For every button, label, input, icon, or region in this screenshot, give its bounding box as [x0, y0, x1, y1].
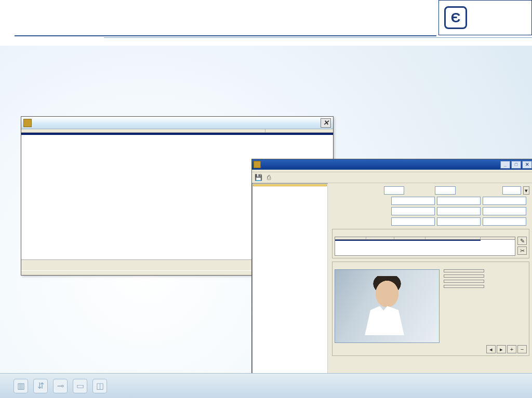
input-dat3[interactable]: [483, 217, 526, 226]
input-name[interactable]: [437, 197, 481, 205]
divider: [104, 37, 532, 38]
close-button[interactable]: ✕: [522, 161, 532, 169]
footer-icon[interactable]: ▭: [73, 379, 87, 393]
toolbar: 💾 ⎙: [252, 172, 532, 183]
footer-icon[interactable]: ⇵: [33, 379, 48, 393]
window-employee-card: _ □ ✕ 💾 ⎙ ▾: [251, 159, 532, 386]
window-titlebar[interactable]: _ □ ✕: [252, 159, 532, 170]
table-row[interactable]: [335, 240, 515, 241]
input-acc1[interactable]: [391, 207, 435, 215]
export-button[interactable]: [444, 269, 484, 272]
app-icon: [23, 119, 32, 127]
logo: Є: [438, 0, 532, 35]
footer-icon[interactable]: ⊸: [53, 379, 68, 393]
app-icon: [254, 161, 261, 168]
logo-mark-icon: Є: [444, 6, 467, 29]
close-button[interactable]: ✕: [321, 118, 331, 128]
table-row[interactable]: [21, 133, 333, 135]
input-tab[interactable]: [435, 186, 455, 195]
dropdown-icon[interactable]: ▾: [523, 186, 529, 195]
divider: [15, 35, 436, 36]
minus-icon[interactable]: −: [517, 345, 527, 353]
window-titlebar[interactable]: ✕: [21, 117, 333, 129]
input-dat2[interactable]: [437, 217, 481, 226]
input-surname[interactable]: [391, 197, 435, 205]
input-dat1[interactable]: [391, 217, 435, 226]
group-photo: ◂ ▸ + −: [332, 262, 529, 356]
input-lk[interactable]: [384, 186, 404, 195]
group-surname-change: ✎ ✂: [332, 229, 529, 258]
input-acc2[interactable]: [437, 207, 481, 215]
view-button[interactable]: [444, 280, 484, 283]
footer-icon[interactable]: ◫: [92, 379, 107, 393]
remove-icon[interactable]: ✂: [517, 246, 527, 255]
tree-nav[interactable]: [252, 183, 328, 386]
col-card[interactable]: [265, 129, 333, 132]
add-icon[interactable]: ✎: [517, 237, 527, 245]
table-header: [21, 129, 333, 133]
scan-button[interactable]: [444, 285, 484, 288]
prev-icon[interactable]: ◂: [486, 345, 496, 353]
col-fio[interactable]: [21, 129, 265, 132]
tree-root[interactable]: [253, 184, 327, 186]
print-button[interactable]: [444, 275, 484, 278]
maximize-button[interactable]: □: [511, 161, 521, 169]
input-acc3[interactable]: [483, 207, 526, 215]
footer-icon[interactable]: ▥: [14, 379, 28, 393]
print-icon[interactable]: ⎙: [264, 173, 273, 182]
page-footer: ▥ ⇵ ⊸ ▭ ◫: [0, 373, 532, 398]
next-icon[interactable]: ▸: [497, 345, 506, 353]
input-archive[interactable]: [502, 186, 521, 195]
photo-preview[interactable]: [335, 269, 440, 343]
input-patronymic[interactable]: [483, 197, 526, 205]
minimize-button[interactable]: _: [500, 161, 510, 169]
plus-icon[interactable]: +: [507, 345, 516, 353]
save-icon[interactable]: 💾: [254, 173, 262, 182]
